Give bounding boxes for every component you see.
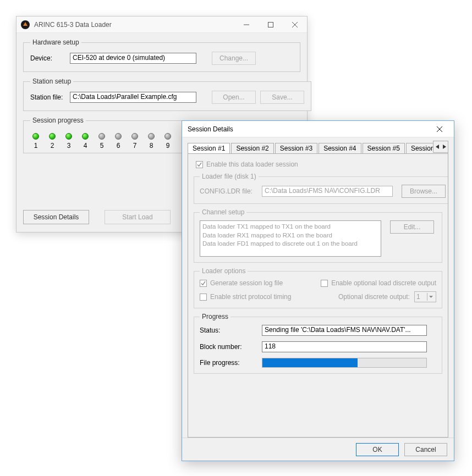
- file-progress-bar: [262, 358, 427, 368]
- edit-button[interactable]: Edit...: [390, 220, 434, 234]
- channel-line: Data loader TX1 mapped to TX1 on the boa…: [202, 223, 378, 231]
- strict-timing-checkbox[interactable]: Enable strict protocol timing: [200, 293, 291, 301]
- session-details-dialog: Session Details Session #1Session #2Sess…: [182, 120, 454, 461]
- channel-line: Data loader FD1 mapped to discrete out 1…: [202, 240, 378, 248]
- ok-button[interactable]: OK: [356, 443, 399, 456]
- cancel-button[interactable]: Cancel: [404, 443, 447, 456]
- status-label: Status:: [200, 326, 257, 334]
- session-number: 7: [133, 142, 137, 150]
- dialog-title: Session Details: [188, 125, 429, 133]
- tab-scroll: [433, 141, 448, 153]
- led-icon: [98, 133, 105, 140]
- led-icon: [82, 133, 89, 140]
- session-number: 1: [34, 142, 38, 150]
- station-setup-group: Station setup Station file: C:\Data Load…: [23, 78, 311, 111]
- station-file-label: Station file:: [30, 93, 65, 101]
- session-led-5: 5: [98, 133, 105, 150]
- minimize-button[interactable]: [234, 16, 259, 33]
- session-number: 9: [166, 142, 170, 150]
- device-field[interactable]: CEI-520 at device 0 (simulated): [70, 53, 196, 64]
- file-progress-fill: [262, 358, 358, 367]
- channel-setup-legend: Channel setup: [200, 208, 246, 216]
- tab-session-4[interactable]: Session #4: [319, 143, 361, 153]
- session-number: 6: [117, 142, 120, 150]
- dialog-footer: OK Cancel: [182, 438, 454, 461]
- optional-discrete-checkbox[interactable]: Enable optional load discrete output: [321, 279, 436, 287]
- session-led-7: 7: [131, 133, 138, 150]
- station-file-field[interactable]: C:\Data Loads\Parallel Example.cfg: [70, 92, 196, 103]
- loader-options-legend: Loader options: [200, 267, 248, 275]
- config-ldr-field[interactable]: C:\Data Loads\FMS NAV\CONFIG.LDR: [262, 186, 393, 197]
- window-title: ARINC 615-3 Data Loader: [34, 21, 234, 29]
- led-icon: [164, 133, 171, 140]
- session-number: 3: [67, 142, 71, 150]
- session-number: 4: [84, 142, 87, 150]
- led-icon: [115, 133, 122, 140]
- optional-discrete-label: Enable optional load discrete output: [331, 279, 436, 287]
- tab-scroll-right[interactable]: [441, 141, 448, 152]
- dialog-close-button[interactable]: [429, 121, 451, 137]
- device-label: Device:: [30, 54, 65, 62]
- session-number: 5: [100, 142, 104, 150]
- main-titlebar: ARINC 615-3 Data Loader: [17, 16, 307, 33]
- enable-session-checkbox[interactable]: Enable this data loader session: [196, 160, 442, 168]
- session-led-4: 4: [82, 133, 89, 150]
- led-icon: [131, 133, 138, 140]
- close-button[interactable]: [283, 16, 307, 33]
- tabstrip: Session #1Session #2Session #3Session #4…: [188, 141, 448, 154]
- enable-session-label: Enable this data loader session: [206, 160, 298, 168]
- dialog-titlebar: Session Details: [182, 121, 454, 137]
- tab-session-3[interactable]: Session #3: [275, 143, 317, 153]
- station-setup-legend: Station setup: [30, 78, 73, 85]
- status-field: Sending file 'C:\Data Loads\FMS NAV\NAV.…: [262, 325, 427, 336]
- tab-scroll-left[interactable]: [433, 141, 441, 152]
- tab-session-5[interactable]: Session #5: [363, 143, 405, 153]
- hardware-setup-group: Hardware setup Device: CEI-520 at device…: [23, 38, 300, 72]
- optional-output-select[interactable]: 1: [414, 291, 436, 302]
- browse-button[interactable]: Browse...: [402, 185, 446, 198]
- save-button[interactable]: Save...: [260, 91, 304, 104]
- tab-session-2[interactable]: Session #2: [231, 143, 273, 153]
- svg-rect-1: [268, 22, 273, 27]
- optional-output-label: Optional discrete output:: [338, 293, 410, 301]
- file-progress-label: File progress:: [200, 359, 257, 367]
- svg-marker-8: [429, 296, 433, 298]
- session-led-6: 6: [115, 133, 122, 150]
- hardware-setup-legend: Hardware setup: [30, 38, 81, 46]
- session-number: 2: [51, 142, 54, 150]
- maximize-button[interactable]: [259, 16, 283, 33]
- loader-file-legend: Loader file (disk 1): [200, 173, 259, 180]
- config-ldr-label: CONFIG.LDR file:: [200, 187, 257, 195]
- checkbox-icon: [321, 280, 328, 287]
- channel-mapping-list[interactable]: Data loader TX1 mapped to TX1 on the boa…: [200, 220, 381, 257]
- loader-options-group: Loader options Generate session log file…: [194, 267, 442, 308]
- led-icon: [32, 133, 39, 140]
- session-led-9: 9: [164, 133, 171, 150]
- led-icon: [148, 133, 155, 140]
- session-led-2: 2: [49, 133, 56, 150]
- block-number-field: 118: [262, 341, 427, 352]
- progress-group: Progress Status: Sending file 'C:\Data L…: [194, 313, 442, 374]
- session-led-3: 3: [65, 133, 72, 150]
- open-button[interactable]: Open...: [212, 91, 256, 104]
- svg-marker-6: [436, 145, 439, 149]
- session-led-8: 8: [148, 133, 155, 150]
- optional-output-value: 1: [416, 293, 420, 301]
- channel-line: Data loader RX1 mapped to RX1 on the boa…: [202, 231, 378, 240]
- start-load-button[interactable]: Start Load: [105, 210, 171, 224]
- app-icon: [21, 20, 30, 29]
- led-icon: [65, 133, 72, 140]
- svg-marker-7: [443, 145, 446, 149]
- progress-legend: Progress: [200, 313, 230, 320]
- change-button[interactable]: Change...: [212, 52, 256, 65]
- generate-log-checkbox[interactable]: Generate session log file: [200, 279, 283, 287]
- checkbox-icon: [200, 294, 207, 301]
- checkbox-icon: [196, 161, 203, 168]
- session-led-1: 1: [32, 133, 39, 150]
- tab-session-1[interactable]: Session #1: [188, 143, 230, 154]
- generate-log-label: Generate session log file: [210, 279, 283, 287]
- checkbox-icon: [200, 280, 207, 287]
- block-number-label: Block number:: [200, 343, 257, 351]
- session-details-button[interactable]: Session Details: [23, 210, 89, 224]
- channel-setup-group: Channel setup Data loader TX1 mapped to …: [194, 208, 442, 263]
